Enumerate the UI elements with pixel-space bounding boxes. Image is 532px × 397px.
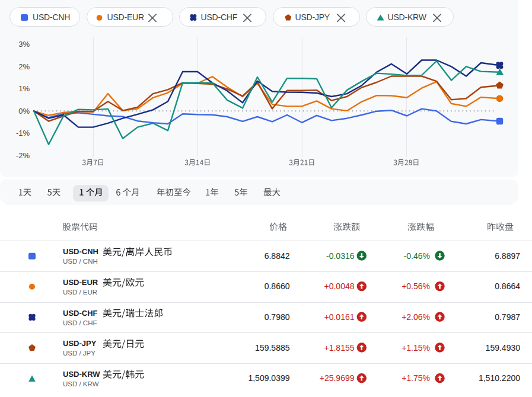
svg-text:USD / KRW: USD / KRW bbox=[63, 380, 99, 388]
svg-text:+0.56%: +0.56% bbox=[402, 281, 430, 291]
svg-text:+0.0161: +0.0161 bbox=[324, 312, 355, 322]
svg-text:USD / CHF: USD / CHF bbox=[63, 319, 97, 326]
svg-text:USD-CNH: USD-CNH bbox=[63, 247, 98, 256]
svg-text:0.8664: 0.8664 bbox=[495, 281, 520, 291]
svg-text:USD-EUR: USD-EUR bbox=[107, 12, 144, 22]
svg-text:USD-CHF: USD-CHF bbox=[63, 309, 98, 318]
svg-text:USD-JPY: USD-JPY bbox=[63, 339, 97, 348]
svg-text:159.4930: 159.4930 bbox=[486, 343, 521, 353]
svg-text:+1.8155: +1.8155 bbox=[324, 343, 355, 353]
svg-text:USD-KRW: USD-KRW bbox=[388, 12, 427, 22]
svg-text:3%: 3% bbox=[18, 40, 30, 49]
svg-text:USD-CNH: USD-CNH bbox=[33, 12, 70, 22]
svg-text:1,510.2200: 1,510.2200 bbox=[479, 373, 520, 383]
svg-text:+25.9699: +25.9699 bbox=[320, 373, 355, 383]
svg-text:-1%: -1% bbox=[16, 129, 30, 137]
svg-text:159.5885: 159.5885 bbox=[255, 343, 290, 353]
svg-text:+2.06%: +2.06% bbox=[402, 312, 430, 322]
svg-text:+0.0048: +0.0048 bbox=[324, 281, 355, 291]
svg-text:-0.46%: -0.46% bbox=[404, 251, 430, 261]
svg-text:-0.0316: -0.0316 bbox=[326, 251, 355, 261]
svg-text:1%: 1% bbox=[18, 84, 30, 93]
svg-text:2%: 2% bbox=[18, 62, 30, 71]
svg-text:USD-CHF: USD-CHF bbox=[201, 12, 238, 22]
svg-text:+1.15%: +1.15% bbox=[402, 343, 430, 353]
svg-text:0.7980: 0.7980 bbox=[265, 312, 290, 322]
svg-text:+1.75%: +1.75% bbox=[402, 373, 430, 383]
svg-text:USD-JPY: USD-JPY bbox=[295, 12, 330, 22]
svg-text:6.8897: 6.8897 bbox=[495, 251, 520, 261]
svg-text:USD / JPY: USD / JPY bbox=[63, 350, 95, 357]
svg-text:0.7987: 0.7987 bbox=[495, 312, 520, 322]
svg-text:0.8660: 0.8660 bbox=[265, 281, 290, 291]
svg-text:USD / EUR: USD / EUR bbox=[63, 289, 97, 296]
svg-text:USD-KRW: USD-KRW bbox=[63, 370, 100, 379]
svg-text:0%: 0% bbox=[18, 107, 30, 116]
svg-text:6.8842: 6.8842 bbox=[265, 251, 290, 261]
svg-text:USD-EUR: USD-EUR bbox=[63, 278, 98, 287]
svg-text:-2%: -2% bbox=[16, 151, 30, 160]
svg-text:USD / CNH: USD / CNH bbox=[63, 258, 98, 265]
svg-text:1,509.0399: 1,509.0399 bbox=[248, 373, 289, 383]
